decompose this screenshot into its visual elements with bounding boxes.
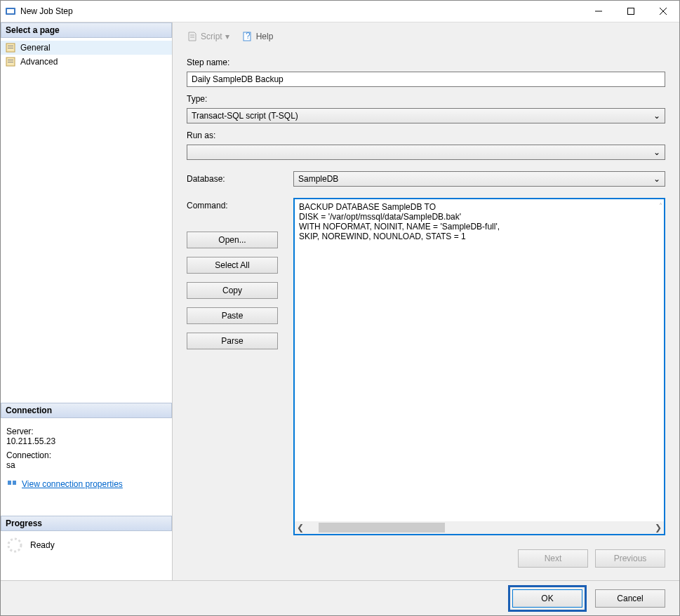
minimize-button[interactable] (582, 1, 615, 22)
progress-header: Progress (1, 516, 172, 531)
footer: OK Cancel (1, 580, 679, 615)
svg-rect-8 (8, 48, 13, 48)
script-icon (187, 31, 198, 42)
script-button[interactable]: Script ▾ (184, 29, 232, 43)
help-label: Help (256, 32, 274, 41)
page-item-advanced[interactable]: Advanced (1, 55, 172, 69)
scrollbar-thumb[interactable] (319, 523, 445, 533)
horizontal-scrollbar[interactable]: ❮ ❯ (295, 521, 664, 534)
run-as-label: Run as: (187, 130, 665, 140)
svg-rect-13 (13, 481, 16, 485)
close-button[interactable] (647, 1, 679, 22)
scroll-right-icon[interactable]: ❯ (653, 523, 664, 533)
svg-rect-3 (628, 8, 634, 15)
select-all-button[interactable]: Select All (187, 257, 278, 274)
chevron-down-icon: ⌄ (653, 174, 660, 184)
page-icon (5, 42, 16, 53)
app-icon (5, 6, 16, 17)
view-connection-link[interactable]: View connection properties (6, 477, 166, 490)
connection-link-text: View connection properties (22, 479, 123, 489)
parse-button[interactable]: Parse (187, 333, 278, 349)
scroll-up-icon[interactable]: ˄ (659, 202, 662, 210)
chevron-down-icon: ▾ (225, 32, 229, 41)
database-combo[interactable]: SampleDB ⌄ (293, 171, 665, 187)
svg-rect-10 (8, 60, 13, 60)
progress-block: Ready (1, 531, 172, 559)
type-combo[interactable]: Transact-SQL script (T-SQL) ⌄ (187, 108, 665, 123)
left-panel: Select a page General Advanced Connectio… (1, 22, 173, 580)
content-panel: Script ▾ ? Help Step name: Type: Transac… (173, 22, 679, 580)
command-textarea[interactable] (295, 199, 664, 521)
page-label: Advanced (20, 57, 58, 67)
server-value: 10.211.55.23 (6, 436, 166, 446)
help-icon: ? (242, 31, 253, 42)
titlebar: New Job Step (1, 1, 679, 22)
run-as-combo[interactable]: ⌄ (187, 145, 665, 160)
chevron-down-icon: ⌄ (653, 111, 660, 121)
maximize-button[interactable] (615, 1, 647, 22)
svg-rect-1 (7, 9, 14, 13)
connection-label: Connection: (6, 450, 166, 460)
toolbar: Script ▾ ? Help (184, 29, 668, 49)
page-list: General Advanced (1, 38, 172, 72)
connection-block: Server: 10.211.55.23 Connection: sa View… (1, 418, 172, 495)
previous-button[interactable]: Previous (595, 549, 665, 568)
command-label: Command: (187, 198, 285, 210)
chevron-down-icon: ⌄ (653, 147, 660, 157)
page-icon (5, 56, 16, 67)
database-label: Database: (187, 171, 285, 184)
connection-header: Connection (1, 403, 172, 418)
svg-point-14 (8, 539, 21, 551)
type-label: Type: (187, 94, 665, 104)
copy-button[interactable]: Copy (187, 282, 278, 299)
progress-status: Ready (30, 540, 55, 550)
svg-text:?: ? (246, 31, 251, 41)
scroll-left-icon[interactable]: ❮ (295, 523, 306, 533)
svg-rect-11 (8, 62, 13, 62)
open-button[interactable]: Open... (187, 232, 278, 248)
progress-spinner-icon (6, 537, 23, 554)
command-editor[interactable]: ˄ ❮ ❯ (293, 198, 665, 535)
database-value: SampleDB (298, 174, 338, 184)
next-button[interactable]: Next (518, 549, 588, 568)
server-label: Server: (6, 427, 166, 436)
cancel-button[interactable]: Cancel (595, 589, 665, 608)
window-title: New Job Step (20, 6, 582, 16)
script-label: Script (201, 32, 222, 41)
ok-highlight: OK (508, 585, 587, 612)
step-name-input[interactable] (187, 72, 665, 87)
svg-rect-12 (8, 481, 11, 485)
paste-button[interactable]: Paste (187, 307, 278, 324)
ok-button[interactable]: OK (512, 589, 582, 608)
window-controls (582, 1, 679, 22)
type-value: Transact-SQL script (T-SQL) (192, 111, 298, 121)
page-item-general[interactable]: General (1, 41, 172, 55)
svg-rect-7 (8, 46, 13, 46)
step-name-label: Step name: (187, 58, 665, 67)
connection-icon (6, 477, 18, 490)
page-label: General (20, 43, 51, 53)
connection-value: sa (6, 460, 166, 470)
form-area: Step name: Type: Transact-SQL script (T-… (184, 49, 668, 573)
help-button[interactable]: ? Help (239, 29, 276, 43)
select-page-header: Select a page (1, 22, 172, 38)
